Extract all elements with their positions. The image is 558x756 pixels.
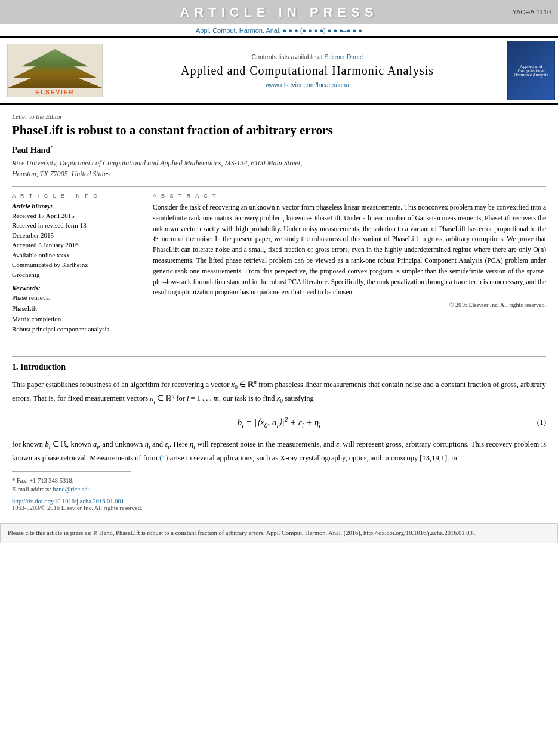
footnote-fax: * Fax: +1 713 348 5318. xyxy=(12,476,546,485)
journal-ref-text: Appl. Comput. Harmon. Anal. ● ● ● (● ● ●… xyxy=(196,27,362,34)
citation-box: Please cite this article in press as: P.… xyxy=(0,523,558,543)
right-logo-box: Applied and Computational Harmonic Analy… xyxy=(507,41,555,100)
author-text: Paul Hand xyxy=(12,146,50,155)
doi-link[interactable]: http://dx.doi.org/10.1016/j.acha.2016.01… xyxy=(12,498,124,505)
history-line-2: December 2015 xyxy=(12,231,135,241)
elsevier-label: ELSEVIER xyxy=(35,88,74,97)
abstract-col: A B S T R A C T Consider the task of rec… xyxy=(153,193,546,340)
author-footnote-mark: * xyxy=(50,145,53,150)
intro-paragraph1: This paper establishes robustness of an … xyxy=(12,378,546,406)
eq1-ref[interactable]: (1) xyxy=(159,454,168,462)
keywords-label: Keywords: xyxy=(12,284,135,291)
footnote-divider xyxy=(12,471,131,472)
doi-line: http://dx.doi.org/10.1016/j.acha.2016.01… xyxy=(12,498,546,505)
copyright: © 2016 Elsevier Inc. All rights reserved… xyxy=(153,302,546,308)
history-line-1: Received in revised form 13 xyxy=(12,220,135,231)
author-name: Paul Hand* xyxy=(12,145,546,155)
kw-1: PhaseLift xyxy=(12,303,135,314)
banner-code: YACHA:1110 xyxy=(512,8,551,16)
journal-center: Contents lists available at ScienceDirec… xyxy=(110,38,504,103)
affiliation: Rice University, Department of Computati… xyxy=(12,158,546,179)
top-banner: ARTICLE IN PRESS YACHA:1110 xyxy=(0,0,558,24)
history-line-6: Gröchenig xyxy=(12,270,135,280)
equation-number: (1) xyxy=(537,417,546,427)
history-line-4: Available online xxxx xyxy=(12,250,135,260)
journal-header: ELSEVIER Contents lists available at Sci… xyxy=(0,36,558,105)
right-logo-line1: Applied and xyxy=(520,64,542,69)
history-line-0: Received 17 April 2015 xyxy=(12,211,135,221)
footnote-email-label: E-mail address: xyxy=(12,486,51,493)
history-label: Article history: xyxy=(12,202,135,210)
contents-line: Contents lists available at ScienceDirec… xyxy=(252,53,363,60)
equation-1: bi = |⟨x0, ai⟩|2 + εi + ηi (1) xyxy=(12,416,546,429)
citation-text: Please cite this article in press as: P.… xyxy=(8,530,476,536)
elsevier-logo: ELSEVIER xyxy=(7,44,103,97)
sciencedirect-link[interactable]: ScienceDirect xyxy=(325,53,363,60)
journal-logo-right-area: Applied and Computational Harmonic Analy… xyxy=(504,38,558,103)
right-logo-line2: Computational xyxy=(517,69,544,73)
affiliation-line2: Houston, TX 77005, United States xyxy=(12,170,110,178)
keywords-section: Keywords: Phase retrieval PhaseLift Matr… xyxy=(12,284,135,334)
equation-content: bi = |⟨x0, ai⟩|2 + εi + ηi xyxy=(238,416,320,429)
footnote-fax-text: * Fax: +1 713 348 5318. xyxy=(12,477,73,484)
banner-title: ARTICLE IN PRESS xyxy=(180,5,378,20)
article-history: Article history: Received 17 April 2015 … xyxy=(12,202,135,280)
history-line-3: Accepted 3 January 2016 xyxy=(12,240,135,250)
footnote-email: E-mail address: hand@rice.edu xyxy=(12,485,546,494)
section-label: Letter to the Editor xyxy=(12,113,546,120)
intro-paragraph2: for known bi ∈ ℝ, known ai, and unknown … xyxy=(12,438,546,464)
introduction-heading: 1. Introduction xyxy=(12,362,546,372)
right-logo-line3: Harmonic Analysis xyxy=(514,73,548,77)
elsevier-logo-area: ELSEVIER xyxy=(0,38,110,103)
journal-url: www.elsevier.com/locate/acha xyxy=(266,81,349,88)
kw-0: Phase retrieval xyxy=(12,293,135,303)
kw-3: Robust principal component analysis xyxy=(12,324,135,335)
affiliation-line1: Rice University, Department of Computati… xyxy=(12,159,302,167)
issn-line: 1063-5203/© 2016 Elsevier Inc. All right… xyxy=(12,505,546,511)
article-info-header: A R T I C L E I N F O xyxy=(12,193,135,199)
journal-title: Applied and Computational Harmonic Analy… xyxy=(181,64,434,78)
main-content: Letter to the Editor PhaseLift is robust… xyxy=(0,105,558,517)
section-divider xyxy=(12,356,546,357)
article-info-abstract: A R T I C L E I N F O Article history: R… xyxy=(12,186,546,346)
paper-title: PhaseLift is robust to a constant fracti… xyxy=(12,122,546,139)
abstract-text: Consider the task of recovering an unkno… xyxy=(153,202,546,298)
contents-text: Contents lists available at xyxy=(252,53,323,60)
footnote-email-link[interactable]: hand@rice.edu xyxy=(53,486,91,493)
journal-ref-line: Appl. Comput. Harmon. Anal. ● ● ● (● ● ●… xyxy=(0,24,558,36)
tree-graphic xyxy=(8,49,102,88)
article-info-col: A R T I C L E I N F O Article history: R… xyxy=(12,193,143,340)
kw-2: Matrix completion xyxy=(12,314,135,325)
history-line-5: Communicated by Karlheinz xyxy=(12,260,135,270)
abstract-header: A B S T R A C T xyxy=(153,193,546,199)
